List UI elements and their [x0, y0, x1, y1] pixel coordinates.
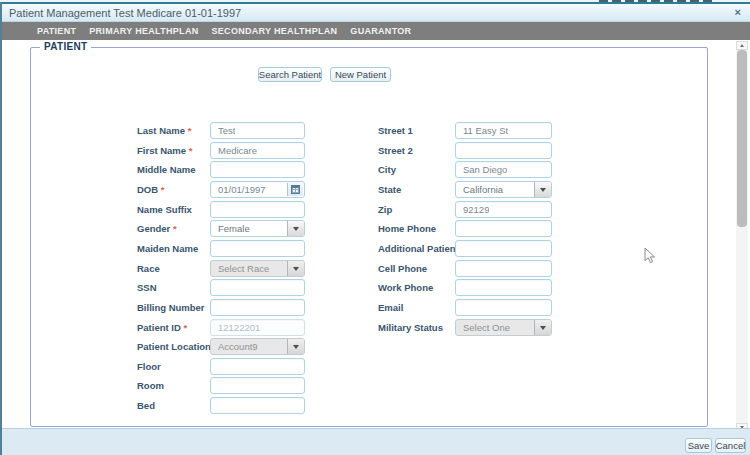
- military-status-value: Select One: [456, 320, 534, 335]
- state-dropdown-button[interactable]: [534, 182, 551, 197]
- maiden-name-label-text: Maiden Name: [137, 243, 198, 254]
- bed-label-text: Bed: [137, 400, 155, 411]
- required-asterisk: *: [186, 145, 192, 156]
- race-label: Race: [137, 263, 160, 274]
- dialog-footer: Save Cancel: [0, 428, 750, 455]
- race-select[interactable]: Select Race: [210, 260, 305, 277]
- city-input[interactable]: San Diego: [455, 161, 552, 178]
- patient-id-value: 12122201: [211, 322, 260, 333]
- race-value: Select Race: [211, 261, 287, 276]
- patient-id-label-text: Patient ID: [137, 322, 181, 333]
- state-label: State: [378, 184, 401, 195]
- gender-dropdown-button[interactable]: [287, 221, 304, 236]
- room-label-text: Room: [137, 380, 164, 391]
- chevron-down-icon: [540, 326, 546, 333]
- state-value: California: [456, 182, 534, 197]
- dob-value: 01/01/1997: [211, 184, 266, 195]
- chevron-down-icon: [293, 345, 299, 352]
- email-input[interactable]: [455, 299, 552, 316]
- dialog-left-border: [0, 2, 2, 455]
- zip-value: 92129: [456, 204, 489, 215]
- street-2-input[interactable]: [455, 142, 552, 159]
- form-layer: Last Name *TestFirst Name *MedicareMiddl…: [0, 0, 750, 455]
- chevron-down-icon: [293, 227, 299, 234]
- race-dropdown-button[interactable]: [287, 261, 304, 276]
- military-status-dropdown-button[interactable]: [534, 320, 551, 335]
- zip-label-text: Zip: [378, 204, 392, 215]
- name-suffix-input[interactable]: [210, 201, 305, 218]
- military-status-label: Military Status: [378, 322, 443, 333]
- city-value: San Diego: [456, 164, 507, 175]
- patient-id-label: Patient ID *: [137, 322, 187, 333]
- billing-number-label: Billing Number: [137, 302, 205, 313]
- dob-label: DOB *: [137, 184, 164, 195]
- maiden-name-input[interactable]: [210, 240, 305, 257]
- middle-name-input[interactable]: [210, 161, 305, 178]
- last-name-input[interactable]: Test: [210, 122, 305, 139]
- home-phone-input[interactable]: [455, 220, 552, 237]
- floor-input[interactable]: [210, 358, 305, 375]
- chevron-down-icon: [293, 267, 299, 274]
- first-name-label: First Name *: [137, 145, 192, 156]
- first-name-label-text: First Name: [137, 145, 186, 156]
- zip-input[interactable]: 92129: [455, 201, 552, 218]
- patient-location-label-text: Patient Location: [137, 341, 211, 352]
- additional-patient-id-input[interactable]: [455, 240, 552, 257]
- ssn-label-text: SSN: [137, 282, 157, 293]
- race-label-text: Race: [137, 263, 160, 274]
- billing-number-label-text: Billing Number: [137, 302, 205, 313]
- home-phone-label: Home Phone: [378, 223, 436, 234]
- zip-label: Zip: [378, 204, 392, 215]
- name-suffix-label: Name Suffix: [137, 204, 192, 215]
- street-1-label-text: Street 1: [378, 125, 413, 136]
- patient-location-label: Patient Location *: [137, 341, 217, 352]
- first-name-input[interactable]: Medicare: [210, 142, 305, 159]
- email-label: Email: [378, 302, 403, 313]
- required-asterisk: *: [170, 223, 176, 234]
- work-phone-input[interactable]: [455, 279, 552, 296]
- calendar-icon: [291, 185, 300, 194]
- cancel-button[interactable]: Cancel: [715, 438, 746, 453]
- military-status-select[interactable]: Select One: [455, 319, 552, 336]
- ssn-input[interactable]: [210, 279, 305, 296]
- room-input[interactable]: [210, 377, 305, 394]
- street-1-input[interactable]: 11 Easy St: [455, 122, 552, 139]
- middle-name-label-text: Middle Name: [137, 164, 196, 175]
- street-2-label: Street 2: [378, 145, 413, 156]
- dob-input[interactable]: 01/01/1997: [210, 181, 305, 198]
- work-phone-label: Work Phone: [378, 282, 433, 293]
- middle-name-label: Middle Name: [137, 164, 196, 175]
- gender-label: Gender *: [137, 223, 177, 234]
- city-label-text: City: [378, 164, 396, 175]
- gender-value: Female: [211, 221, 287, 236]
- military-status-label-text: Military Status: [378, 322, 443, 333]
- cell-phone-label: Cell Phone: [378, 263, 427, 274]
- street-1-label: Street 1: [378, 125, 413, 136]
- gender-select[interactable]: Female: [210, 220, 305, 237]
- patient-management-dialog: Patient Management Test Medicare 01-01-1…: [0, 0, 750, 455]
- scroll-up-button[interactable]: [736, 41, 748, 50]
- home-phone-label-text: Home Phone: [378, 223, 436, 234]
- save-button[interactable]: Save: [685, 438, 712, 453]
- bed-input[interactable]: [210, 397, 305, 414]
- required-asterisk: *: [158, 184, 164, 195]
- billing-number-input[interactable]: [210, 299, 305, 316]
- vertical-scrollbar[interactable]: [736, 41, 748, 431]
- mouse-cursor: [644, 247, 656, 265]
- patient-location-value: Account9: [211, 339, 287, 354]
- state-select[interactable]: California: [455, 181, 552, 198]
- cell-phone-input[interactable]: [455, 260, 552, 277]
- first-name-value: Medicare: [211, 145, 257, 156]
- last-name-label: Last Name *: [137, 125, 191, 136]
- patient-location-select: Account9: [210, 338, 305, 355]
- dob-calendar-button[interactable]: [287, 183, 303, 196]
- last-name-value: Test: [211, 125, 235, 136]
- patient-id-input: 12122201: [210, 319, 305, 336]
- room-label: Room: [137, 380, 164, 391]
- street-2-label-text: Street 2: [378, 145, 413, 156]
- scroll-up-icon: [740, 42, 744, 47]
- gender-label-text: Gender: [137, 223, 170, 234]
- scrollbar-thumb[interactable]: [737, 50, 747, 227]
- cell-phone-label-text: Cell Phone: [378, 263, 427, 274]
- state-label-text: State: [378, 184, 401, 195]
